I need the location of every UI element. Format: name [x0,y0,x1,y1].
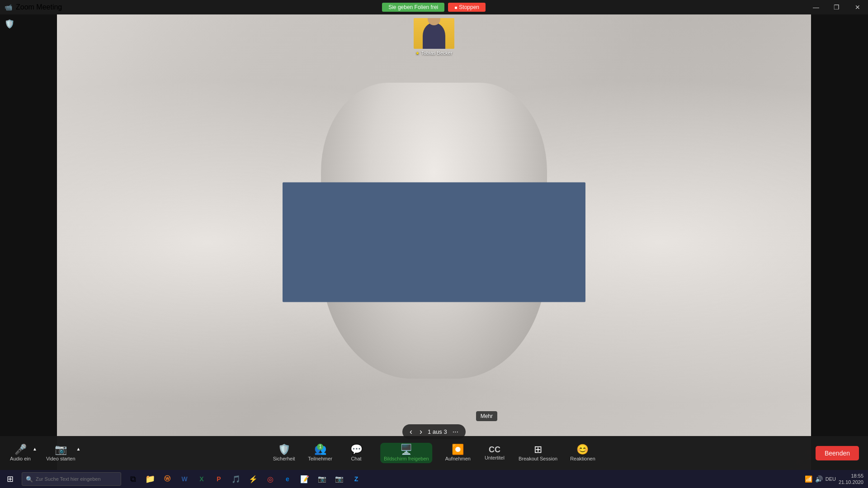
record-label: Aufnehmen [445,456,471,461]
breakout-label: Breakout Session [519,456,557,461]
participant-name: ★ Tobias Becker [415,50,452,56]
titlebar-center: Sie geben Folien frei Stoppen [382,3,486,12]
reactions-icon: 😊 [576,445,589,455]
clock-date: 21.10.2020 [839,479,863,485]
slide-more-button[interactable]: ··· [451,427,460,437]
breakout-button[interactable]: ⊞ Breakout Session [519,445,557,461]
toolbar: 🎤 Audio ein ▲ 📷 Video starten ▲ 🛡️ Siche… [0,436,868,470]
maximize-button[interactable]: ❐ [826,0,847,14]
slide-content [283,183,585,302]
security-icon: 🛡️ [278,445,290,455]
network-icon: 📶 [805,475,812,483]
cc-icon: CC [489,446,500,454]
sticky-notes-button[interactable]: 📝 [297,471,313,487]
avatar-silhouette [423,23,445,49]
video-arrow-icon[interactable]: ▲ [76,446,81,451]
powerpoint-button[interactable]: P [211,471,227,487]
participant-video: ★ Tobias Becker [414,18,454,56]
titlebar-controls: — ❐ ✕ [806,0,868,14]
chat-icon: 💬 [350,445,363,455]
slide-counter: 1 aus 3 [428,428,447,435]
cc-label: Untertitel [485,455,505,460]
toolbar-center: 🛡️ Sicherheit 👥 1 Teilnehmer 💬 Chat 🖥️ B… [273,443,595,463]
taskview-button[interactable]: ⧉ [125,471,141,487]
chrome-button[interactable]: ◎ [262,471,278,487]
search-input[interactable] [36,476,117,482]
participants-icon: 👥 1 [314,445,326,455]
vscode-button[interactable]: ⚡ [245,471,261,487]
security-label: Sicherheit [273,456,295,461]
chat-button[interactable]: 💬 Chat [345,445,368,461]
audio-arrow-icon[interactable]: ▲ [33,446,37,451]
share-screen-label: Bildschirm freigeben [384,456,429,461]
close-button[interactable]: ✕ [847,0,868,14]
participants-button[interactable]: 👥 1 Teilnehmer [308,445,332,461]
chat-label: Chat [351,456,361,461]
video-icon: 📷 [55,445,67,455]
video-label: Video starten [46,456,75,461]
toolbar-left: 🎤 Audio ein ▲ 📷 Video starten ▲ [9,445,80,461]
windows-taskbar: ⊞ 🔍 ⧉ 📁 ⓦ W X P 🎵 ⚡ ◎ e 📝 📷 📷 Z 📶 🔊 DEU … [0,470,868,488]
app-icon: 📹 [5,4,12,11]
audio-button[interactable]: 🎤 Audio ein [9,445,32,461]
left-panel: 🛡️ [0,14,57,470]
mehr-tooltip: Mehr [476,411,497,421]
taskbar-search-box[interactable]: 🔍 [22,472,121,486]
zoom-taskbar-button[interactable]: Z [348,471,364,487]
record-button[interactable]: ⏺️ Aufnehmen [445,445,471,461]
share-screen-icon: 🖥️ [400,445,412,455]
right-panel [811,14,868,470]
participant-name-text: Tobias Becker [421,50,452,56]
audio-icon: 🎤 [14,445,27,455]
app13-button[interactable]: 📷 [331,471,347,487]
audio-section: 🎤 Audio ein ▲ [9,445,37,461]
edge-button[interactable]: e [279,471,296,487]
audio-label: Audio ein [10,456,31,461]
toolbar-right: Beenden [816,446,859,460]
excel-button[interactable]: X [193,471,210,487]
app12-button[interactable]: 📷 [314,471,330,487]
main-content: 🛡️ ★ Tobias Becker ‹ › 1 aus 3 ··· Mehr [0,14,868,470]
security-button[interactable]: 🛡️ Sicherheit [273,445,295,461]
word-button[interactable]: W [176,471,193,487]
search-icon: 🔍 [26,476,33,483]
record-icon: ⏺️ [452,445,464,455]
shield-icon: 🛡️ [5,19,14,29]
reactions-label: Reaktionen [570,456,595,461]
system-clock: 18:55 21.10.2020 [839,473,863,486]
host-star: ★ [415,51,420,56]
video-frame [414,18,454,49]
stop-sharing-button[interactable]: Stoppen [448,3,486,12]
end-meeting-button[interactable]: Beenden [816,446,859,460]
language-indicator: DEU [826,476,836,482]
video-section: 📷 Video starten ▲ [46,445,81,461]
participants-badge: 1 [317,444,324,450]
winget-button[interactable]: ⓦ [159,471,175,487]
participants-label: Teilnehmer [308,456,332,461]
taskbar-apps: ⧉ 📁 ⓦ W X P 🎵 ⚡ ◎ e 📝 📷 📷 Z [123,471,366,487]
volume-icon: 🔊 [815,475,823,483]
video-button[interactable]: 📷 Video starten [46,445,75,461]
clock-time: 18:55 [839,473,863,479]
presentation-area [57,14,811,470]
spotify-button[interactable]: 🎵 [228,471,244,487]
reactions-button[interactable]: 😊 Reaktionen [570,445,595,461]
video-avatar [414,18,454,49]
share-screen-button[interactable]: 🖥️ Bildschirm freigeben [380,443,433,463]
minimize-button[interactable]: — [806,0,826,14]
titlebar-title: Zoom Meeting [16,3,62,11]
start-button[interactable]: ⊞ [0,470,20,488]
file-explorer-button[interactable]: 📁 [142,471,158,487]
system-tray: 📶 🔊 DEU 18:55 21.10.2020 [800,473,868,486]
cc-button[interactable]: CC Untertitel [483,446,506,460]
avatar-head [428,18,440,25]
breakout-icon: ⊞ [534,445,542,455]
titlebar: 📹 Zoom Meeting Sie geben Folien frei Sto… [0,0,868,14]
titlebar-left: 📹 Zoom Meeting [0,3,62,11]
share-status-button[interactable]: Sie geben Folien frei [382,3,444,12]
